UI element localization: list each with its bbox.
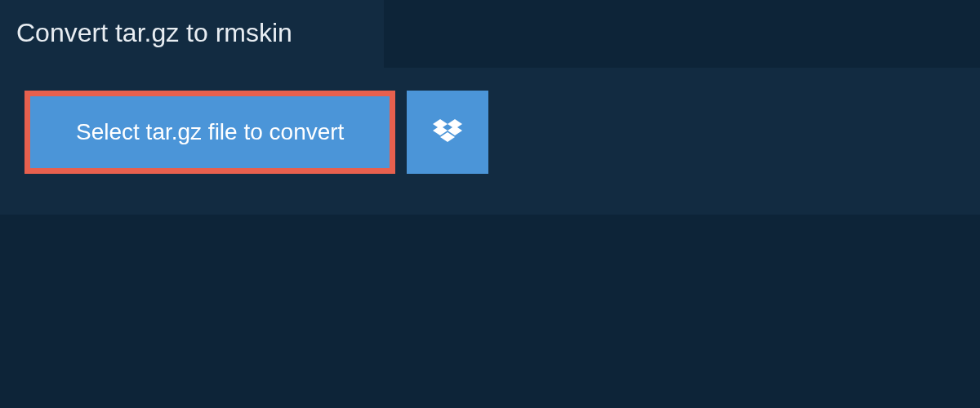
button-row: Select tar.gz file to convert — [24, 91, 956, 174]
select-file-button[interactable]: Select tar.gz file to convert — [30, 96, 390, 168]
upload-panel: Select tar.gz file to convert — [0, 68, 980, 215]
header-tab: Convert tar.gz to rmskin — [0, 0, 384, 68]
select-file-highlight: Select tar.gz file to convert — [24, 91, 395, 174]
dropbox-button[interactable] — [407, 91, 488, 174]
dropbox-icon — [433, 119, 462, 145]
page-title: Convert tar.gz to rmskin — [16, 18, 359, 48]
